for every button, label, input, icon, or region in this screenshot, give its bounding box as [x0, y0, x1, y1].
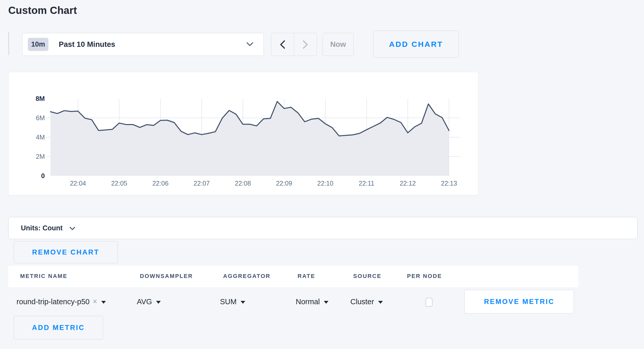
- svg-text:0: 0: [41, 172, 45, 180]
- col-header-per-node: PER NODE: [407, 273, 442, 280]
- col-header-rate: RATE: [298, 273, 315, 280]
- page-title: Custom Chart: [8, 5, 77, 16]
- svg-text:22:12: 22:12: [400, 180, 416, 187]
- svg-text:22:13: 22:13: [441, 180, 457, 187]
- caret-down-icon: [101, 301, 106, 304]
- chevron-down-icon: [69, 226, 75, 231]
- svg-text:4M: 4M: [36, 134, 45, 141]
- units-select[interactable]: Units: Count: [8, 217, 638, 239]
- caret-down-icon: [324, 301, 328, 304]
- source-dropdown[interactable]: Cluster: [350, 296, 383, 307]
- source-value: Cluster: [350, 298, 374, 306]
- svg-text:8M: 8M: [36, 95, 45, 102]
- time-range-badge: 10m: [28, 38, 48, 51]
- svg-text:22:07: 22:07: [194, 180, 210, 187]
- units-label: Units: Count: [21, 224, 63, 232]
- remove-chart-button[interactable]: REMOVE CHART: [14, 241, 118, 263]
- caret-down-icon: [378, 301, 383, 304]
- chevron-down-icon: [246, 42, 254, 47]
- now-button[interactable]: Now: [323, 33, 354, 56]
- time-back-button[interactable]: [271, 33, 294, 56]
- toolbar-divider: [9, 32, 9, 55]
- svg-text:22:05: 22:05: [111, 180, 127, 187]
- downsampler-value: AVG: [137, 298, 152, 306]
- remove-metric-button[interactable]: REMOVE METRIC: [464, 290, 574, 313]
- time-forward-button[interactable]: [294, 33, 317, 56]
- metric-name-value: round-trip-latency-p50: [16, 298, 90, 306]
- rate-dropdown[interactable]: Normal: [296, 296, 328, 307]
- svg-text:22:08: 22:08: [235, 180, 251, 187]
- time-step-group: [271, 33, 317, 56]
- add-metric-button[interactable]: ADD METRIC: [14, 316, 103, 339]
- col-header-source: SOURCE: [353, 273, 382, 280]
- clear-metric-icon[interactable]: ×: [93, 297, 97, 306]
- caret-down-icon: [156, 301, 161, 304]
- col-header-metric-name: METRIC NAME: [20, 273, 67, 280]
- chevron-right-icon: [302, 40, 308, 49]
- aggregator-value: SUM: [220, 298, 236, 306]
- chart-card: 8M6M4M2M022:0422:0522:0622:0722:0822:092…: [8, 72, 478, 195]
- chevron-left-icon: [280, 40, 285, 49]
- metric-name-dropdown[interactable]: round-trip-latency-p50 ×: [16, 296, 106, 307]
- rate-value: Normal: [296, 298, 320, 306]
- col-header-aggregator: AGGREGATOR: [223, 273, 270, 280]
- downsampler-dropdown[interactable]: AVG: [137, 296, 161, 307]
- caret-down-icon: [241, 301, 245, 304]
- svg-text:6M: 6M: [36, 114, 45, 121]
- svg-text:22:11: 22:11: [359, 180, 375, 187]
- timeseries-area-chart[interactable]: 8M6M4M2M022:0422:0522:0622:0722:0822:092…: [9, 72, 478, 195]
- metrics-table-header: METRIC NAME DOWNSAMPLER AGGREGATOR RATE …: [8, 266, 578, 287]
- svg-text:22:09: 22:09: [276, 180, 292, 187]
- time-range-select[interactable]: 10m Past 10 Minutes: [22, 33, 264, 56]
- aggregator-dropdown[interactable]: SUM: [220, 296, 245, 307]
- col-header-downsampler: DOWNSAMPLER: [140, 273, 193, 280]
- add-chart-button[interactable]: ADD CHART: [373, 31, 459, 58]
- svg-text:22:04: 22:04: [70, 180, 86, 187]
- per-node-checkbox[interactable]: [426, 298, 433, 307]
- svg-text:2M: 2M: [36, 153, 45, 160]
- svg-text:22:10: 22:10: [317, 180, 334, 187]
- time-range-label: Past 10 Minutes: [59, 40, 115, 49]
- custom-chart-page: Custom Chart 10m Past 10 Minutes Now ADD…: [0, 0, 644, 349]
- svg-text:22:06: 22:06: [152, 180, 168, 187]
